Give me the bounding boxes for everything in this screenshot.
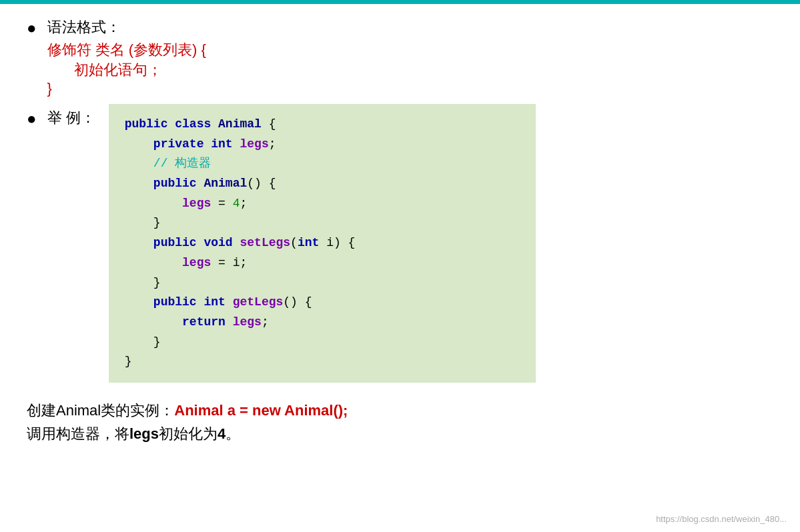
bottom-line2-end: 。 [226, 425, 240, 442]
code-line: public Animal() { [125, 174, 520, 194]
code-line: public class Animal { [125, 115, 520, 135]
code-line: public int getLegs() { [125, 293, 520, 313]
syntax-content: 语法格式： 修饰符 类名 (参数列表) { 初始化语句； } [47, 17, 774, 97]
code-line: } [125, 273, 520, 293]
bottom-line2: 调用构造器，将legs初始化为4。 [27, 422, 773, 445]
main-content: ● 语法格式： 修饰符 类名 (参数列表) { 初始化语句； } ● 举 例： … [0, 4, 800, 459]
syntax-line-1: 修饰符 类名 (参数列表) { [47, 40, 774, 60]
bottom-line1-code: Animal a = new Animal(); [174, 402, 348, 419]
code-line: } [125, 213, 520, 233]
code-line: } [125, 352, 520, 372]
bullet-2: ● [27, 109, 37, 128]
example-label: 举 例： [47, 108, 95, 128]
bottom-text: 创建Animal类的实例：Animal a = new Animal(); 调用… [27, 399, 773, 445]
code-line: private int legs; [125, 135, 520, 155]
bottom-line2-bold: legs [129, 425, 159, 442]
example-section: ● 举 例： public class Animal { private int… [27, 104, 773, 383]
bullet-1: ● [27, 19, 37, 37]
syntax-lines: 修饰符 类名 (参数列表) { 初始化语句； } [47, 40, 774, 97]
bottom-line2-suffix: 初始化为 [159, 425, 218, 442]
bottom-line2-text: 调用构造器，将 [27, 425, 129, 442]
syntax-line-2: 初始化语句； [47, 60, 774, 80]
watermark: https://blog.csdn.net/weixin_480... [656, 514, 787, 524]
syntax-label: 语法格式： [47, 19, 121, 35]
code-line: legs = 4; [125, 194, 520, 214]
code-line: public void setLegs(int i) { [125, 233, 520, 253]
syntax-brace: } [47, 80, 774, 97]
code-line: legs = i; [125, 253, 520, 273]
code-block: public class Animal { private int legs; … [109, 104, 536, 383]
code-line: // 构造器 [125, 154, 520, 174]
bottom-line1: 创建Animal类的实例：Animal a = new Animal(); [27, 399, 773, 422]
code-line: } [125, 333, 520, 353]
syntax-section: ● 语法格式： 修饰符 类名 (参数列表) { 初始化语句； } [27, 17, 773, 97]
code-line: return legs; [125, 313, 520, 333]
bottom-line2-num: 4 [218, 425, 226, 442]
bottom-line1-prefix: 创建Animal类的实例： [27, 402, 174, 419]
